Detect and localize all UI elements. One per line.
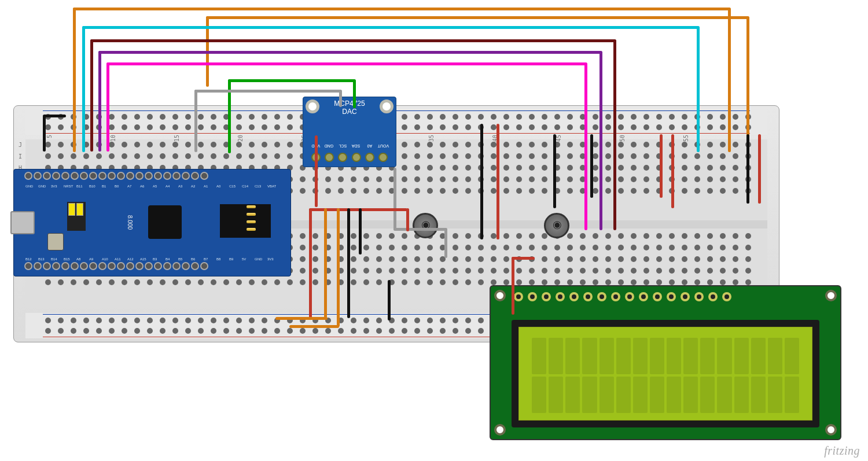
mcp-pin-label: GND [323,144,334,148]
power-rail-top: document.write(Array.from({length:56},()… [25,109,767,135]
swd-header [220,204,271,238]
reset-button[interactable] [47,233,64,250]
diagram-canvas: document.write(Array.from({length:56},()… [0,0,868,461]
mcp-pin-label: SDA [351,144,362,148]
row-label: I [19,153,22,160]
mcp-pin-label: SCL [337,144,348,148]
grey-wire [194,90,341,93]
row-label: J [19,142,22,148]
magenta-wire [106,62,587,65]
green-wire [228,79,355,82]
fritzing-watermark: fritzing [824,444,860,458]
mcp-subtitle: DAC [342,108,356,116]
stm32-bluepill: for(let i=0;i<20;i++)document.write('<di… [13,169,291,276]
purple-wire [98,51,602,54]
potentiometer-2[interactable] [544,213,569,238]
lcd-pin-header: for(let i=0;i<16;i++)document.write('<di… [514,292,817,308]
orange-wire [73,8,730,10]
red-wire [315,135,318,207]
potentiometer-1[interactable] [413,213,438,238]
black-wire [43,116,46,152]
orange-wire-2 [206,16,749,19]
crystal-label: 8.000 [127,215,133,230]
maroon-wire [90,39,616,42]
lcd-16x2: for(let i=0;i<16;i++)document.write('<di… [490,285,841,440]
mcp-pin-label: A0 [364,144,375,148]
usb-port [10,211,35,234]
cyan-wire [82,26,699,29]
mcp-pin-label: VOUT [378,144,389,148]
stm32-mcu [148,205,182,239]
